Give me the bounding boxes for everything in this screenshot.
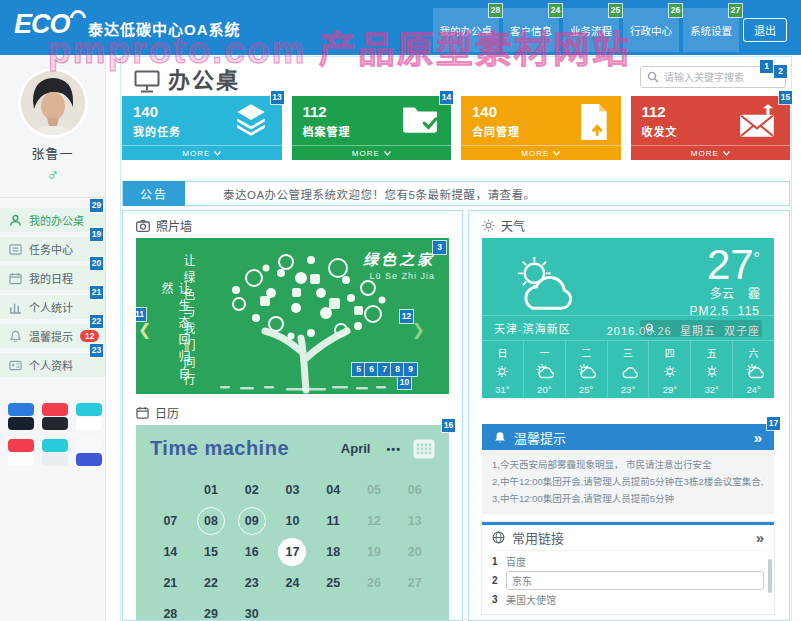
calendar-day[interactable]: 28: [150, 598, 191, 621]
search-box: 1 2: [640, 66, 786, 88]
more-arrow[interactable]: »: [754, 429, 762, 446]
nav-item-label: 系统设置: [690, 23, 732, 38]
swatch-color: [42, 453, 68, 466]
stat-card-contracts[interactable]: 140 合同管理 MORE: [461, 96, 621, 160]
calendar-menu-icon[interactable]: •••: [386, 443, 401, 455]
camera-icon: [136, 220, 150, 232]
calendar-day[interactable]: 05: [354, 474, 395, 505]
calendar-day[interactable]: 12: [354, 505, 395, 536]
oa-dashboard: pmproto.com 产品原型素材网站 ECO 泰达低碳中心OA系统 28 我…: [0, 0, 801, 621]
calendar-day[interactable]: 26: [354, 567, 395, 598]
calendar-day[interactable]: 07: [150, 505, 191, 536]
calendar-day[interactable]: 11: [313, 505, 354, 536]
annotation-badge: 8: [391, 363, 404, 376]
more-arrow[interactable]: »: [756, 529, 764, 546]
photo-wall-image[interactable]: 3 11 12: [136, 238, 449, 394]
annotation-badge: 13: [271, 91, 284, 104]
month-selector[interactable]: April: [341, 441, 371, 456]
scrollbar[interactable]: [768, 559, 772, 593]
card-more-button[interactable]: MORE: [461, 145, 621, 160]
card-more-button[interactable]: MORE: [292, 145, 452, 160]
nav-item-label: 业务流程: [570, 23, 612, 38]
stat-value: 140: [472, 103, 497, 120]
calendar-day[interactable]: 20: [394, 536, 435, 567]
nav-item-my-desk[interactable]: 28 我的办公桌: [433, 8, 500, 52]
stat-card-archives[interactable]: 14 112 档案管理 MORE: [292, 96, 452, 160]
calendar-icon: [136, 406, 149, 419]
nav-item-customer-info[interactable]: 24 客户信息: [503, 8, 559, 52]
calendar-day[interactable]: 30: [231, 598, 272, 621]
calendar-day[interactable]: 06: [394, 474, 435, 505]
more-label: MORE: [352, 149, 380, 158]
city-label: 天津-滨海新区: [494, 320, 640, 336]
calendar-day[interactable]: 03: [272, 474, 313, 505]
theme-swatch[interactable]: [8, 439, 34, 466]
calendar-day[interactable]: 15: [191, 536, 232, 567]
nav-item-business-flow[interactable]: 25 业务流程: [563, 8, 619, 52]
calendar-day[interactable]: 22: [191, 567, 232, 598]
sidebar-item-profile[interactable]: 23 个人资料: [0, 353, 105, 377]
calendar-day[interactable]: 25: [313, 567, 354, 598]
nav-item-system-settings[interactable]: 27 系统设置: [683, 8, 739, 52]
calendar-day-selected[interactable]: 17: [272, 536, 313, 567]
calendar-day[interactable]: 14: [150, 536, 191, 567]
app-header: ECO 泰达低碳中心OA系统 28 我的办公桌 24 客户信息 25 业务流程 …: [0, 0, 801, 55]
forecast-day: 日 31°: [482, 341, 523, 398]
carousel-next-icon[interactable]: ❯: [412, 322, 425, 338]
calendar-day[interactable]: 21: [150, 567, 191, 598]
calendar-day[interactable]: 04: [313, 474, 354, 505]
calendar-day[interactable]: 01: [191, 474, 232, 505]
calendar-day[interactable]: 10: [272, 505, 313, 536]
app-title: 泰达低碳中心OA系统: [88, 18, 241, 39]
nav-item-label: 行政中心: [630, 23, 672, 38]
card-more-button[interactable]: MORE: [631, 145, 791, 160]
calendar-day[interactable]: 18: [313, 536, 354, 567]
nav-item-admin-center[interactable]: 26 行政中心: [623, 8, 679, 52]
calendar-day[interactable]: 16: [231, 536, 272, 567]
photo-slogan: 让生态回归自然: [158, 282, 192, 394]
theme-swatch[interactable]: [8, 403, 34, 430]
annotation-badge: 15: [779, 91, 792, 104]
search-input[interactable]: [664, 72, 774, 83]
calendar-day[interactable]: 13: [394, 505, 435, 536]
calendar-title: Time machine: [150, 437, 341, 460]
calendar-day[interactable]: 02: [231, 474, 272, 505]
card-more-button[interactable]: MORE: [122, 145, 282, 160]
theme-swatch[interactable]: [42, 439, 68, 466]
theme-swatch[interactable]: [42, 403, 68, 430]
chevron-down-icon: [384, 151, 391, 156]
link-item-baidu[interactable]: 1 百度: [492, 553, 764, 570]
bell-icon: [494, 431, 506, 444]
calendar-day[interactable]: 23: [231, 567, 272, 598]
announcement-text[interactable]: 泰达OA办公管理系统欢迎您！您有5条最新提醒，请查看。: [223, 186, 536, 202]
calendar-day[interactable]: 27: [394, 567, 435, 598]
link-label: 百度: [506, 554, 526, 569]
tips-header: 温馨提示 »: [482, 424, 774, 450]
calendar-day-marked[interactable]: 09: [231, 505, 272, 536]
stat-label: 收发文: [642, 123, 678, 139]
calendar-day[interactable]: 24: [272, 567, 313, 598]
grid-view-icon[interactable]: [413, 439, 435, 459]
calendar-day-marked[interactable]: 08: [191, 505, 232, 536]
brand-subtitle: Lü Se Zhi Jia: [363, 271, 435, 281]
carousel-prev-icon[interactable]: ❮: [138, 322, 151, 338]
theme-swatch[interactable]: [76, 439, 102, 466]
forecast-day: 六 24°: [732, 341, 774, 398]
calendar-day[interactable]: 29: [191, 598, 232, 621]
logout-button[interactable]: 退出: [743, 18, 787, 42]
link-item-us-embassy[interactable]: 3 美国大使馆: [492, 591, 764, 608]
theme-swatches: [8, 403, 105, 466]
weather-search-input[interactable]: [640, 320, 762, 337]
avatar[interactable]: [21, 71, 85, 135]
stat-card-correspondence[interactable]: 15 112 收发文 MORE: [631, 96, 791, 160]
weather-icon: [534, 363, 554, 379]
stat-value: 112: [642, 103, 666, 120]
link-item-jd[interactable]: 2 京东: [492, 572, 764, 589]
theme-swatch[interactable]: [76, 403, 102, 430]
stat-card-my-tasks[interactable]: 13 140 我的任务 MORE: [122, 96, 282, 160]
sidebar-menu: 29 我的办公桌 19 任务中心 20: [0, 208, 105, 377]
link-number: 2: [492, 575, 506, 586]
sidebar: 张鲁一 ♂ 29 我的办公桌 19 任务中心 20: [0, 55, 106, 621]
calendar-day[interactable]: 19: [354, 536, 395, 567]
calendar-day: [313, 598, 354, 621]
